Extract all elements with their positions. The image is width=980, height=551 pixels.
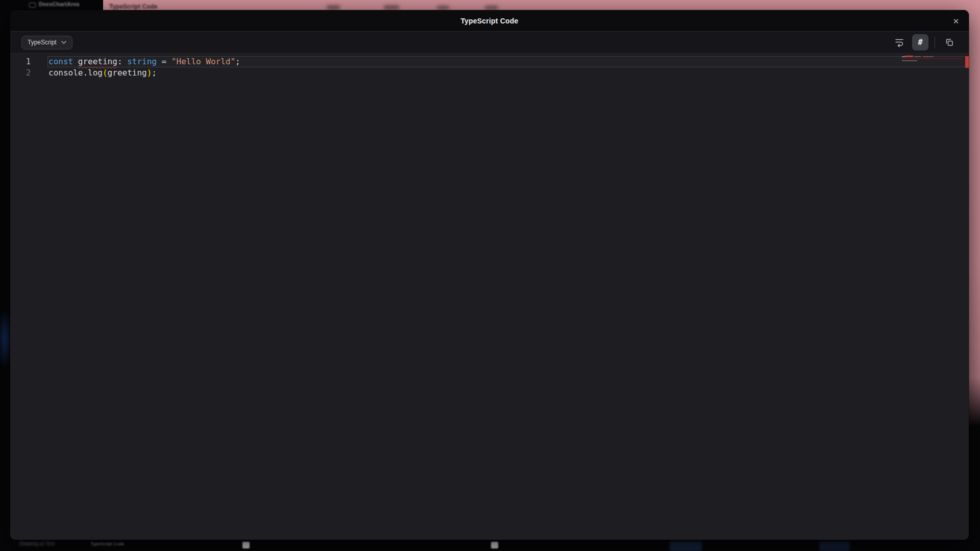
- code-editor[interactable]: 1const greeting: string = "Hello World";…: [10, 54, 969, 540]
- code-token: ;: [235, 57, 240, 66]
- background-button: [670, 541, 702, 551]
- browser-tab-favicon: [29, 3, 36, 8]
- line-numbers-icon: #: [918, 38, 922, 47]
- minimap-mark: [923, 56, 934, 57]
- word-wrap-button[interactable]: [891, 34, 908, 51]
- code-token: [73, 57, 78, 66]
- code-token: =: [157, 57, 172, 66]
- code-token: ): [147, 68, 152, 78]
- chevron-down-icon: [61, 41, 66, 44]
- code-token: console.log: [48, 68, 103, 78]
- language-selector-label: TypeScript: [28, 39, 57, 46]
- line-number: 2: [10, 67, 37, 79]
- background-blur-blob: [485, 6, 498, 10]
- copy-icon: [945, 38, 954, 47]
- background-blur-blob: [384, 5, 399, 10]
- dialog-header: TypeScript Code ✕: [10, 10, 969, 32]
- background-checkbox: [242, 542, 250, 548]
- toolbar-divider: [935, 37, 935, 48]
- background-button: [819, 541, 850, 551]
- code-dialog: TypeScript Code ✕ TypeScript: [10, 10, 969, 540]
- code-token: [122, 57, 128, 66]
- background-field-label: Drawing-al Text: [19, 541, 55, 546]
- code-token: const: [48, 57, 73, 66]
- minimap-error-line: [901, 58, 963, 59]
- language-selector[interactable]: TypeScript: [21, 36, 72, 49]
- background-blur-blob: [327, 5, 340, 10]
- copy-button[interactable]: [941, 34, 958, 51]
- line-numbers-button[interactable]: #: [912, 34, 928, 51]
- code-line[interactable]: 2console.log(greeting);: [10, 67, 969, 79]
- code-token: greeting: [78, 57, 117, 66]
- minimap-error-mark: [905, 56, 913, 57]
- minimap[interactable]: [901, 55, 965, 64]
- overview-ruler-error-marker: [965, 56, 969, 68]
- dialog-toolbar: TypeScript #: [10, 32, 969, 54]
- code-line[interactable]: 1const greeting: string = "Hello World";: [10, 56, 969, 67]
- word-wrap-icon: [894, 37, 904, 47]
- background-code-label: TypeScript Code: [90, 541, 125, 546]
- desktop: DeesChartArea TypeScript Code Drawing-al…: [0, 0, 980, 551]
- code-text: const greeting: string = "Hello World";: [37, 56, 240, 67]
- minimap-mark: [914, 56, 921, 57]
- dialog-title: TypeScript Code: [10, 10, 969, 32]
- code-token: string: [127, 57, 157, 66]
- code-lines: 1const greeting: string = "Hello World";…: [10, 54, 969, 79]
- browser-tab-title: DeesChartArea: [39, 1, 79, 7]
- toolbar-actions: #: [891, 34, 958, 51]
- line-number: 1: [10, 56, 37, 67]
- background-blur-blob: [437, 6, 449, 10]
- background-checkbox: [491, 542, 498, 548]
- code-token: (: [103, 68, 108, 78]
- code-token: "Hello World": [172, 57, 235, 66]
- background-page-title: TypeScript Code: [109, 3, 157, 10]
- code-token: :: [117, 57, 122, 66]
- code-text: console.log(greeting);: [37, 67, 157, 79]
- code-token: ;: [152, 68, 157, 78]
- minimap-mark: [902, 60, 917, 61]
- close-icon[interactable]: ✕: [950, 16, 962, 27]
- code-token: greeting: [108, 68, 147, 78]
